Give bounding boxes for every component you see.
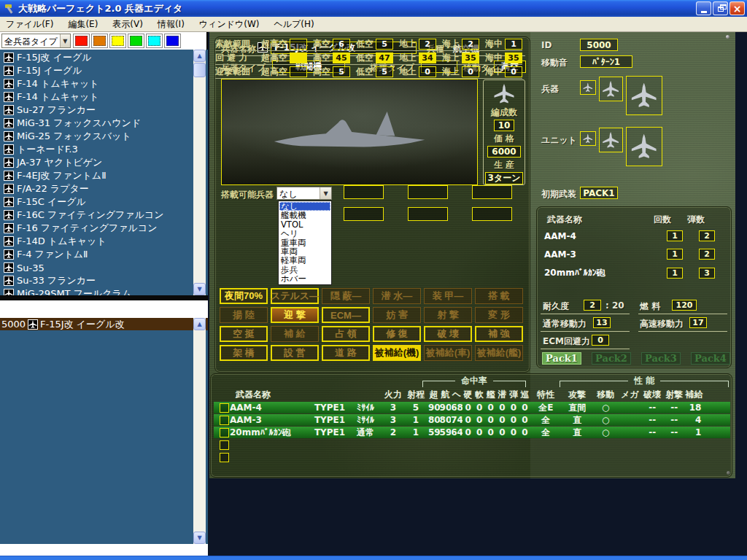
menu-item[interactable]: 表示(V) — [112, 18, 143, 31]
carry-slot[interactable] — [344, 207, 384, 221]
ability-button[interactable]: 補 給 — [271, 326, 319, 342]
list-item[interactable]: F-15J イーグル — [0, 64, 208, 77]
color-filter-button[interactable] — [128, 34, 144, 48]
color-filter-button[interactable] — [146, 34, 163, 48]
aircraft-list-scrollbar[interactable]: ▲ ▼ — [193, 50, 206, 295]
row-checkbox[interactable] — [220, 416, 229, 425]
price-field[interactable]: 6000 — [487, 146, 521, 158]
list-item[interactable]: F-14 トムキャット — [0, 77, 208, 90]
ability-button[interactable]: 装 甲― — [424, 288, 472, 304]
ability-button[interactable]: 被補給(車) — [424, 345, 472, 361]
scroll-down-icon[interactable]: ▼ — [193, 532, 206, 544]
ability-button[interactable]: 潜 水― — [373, 288, 421, 304]
row-checkbox[interactable] — [220, 403, 229, 413]
ability-button[interactable]: 射 撃 — [424, 307, 472, 323]
list-item[interactable]: F-4EJ改 ファントムⅡ — [0, 169, 208, 182]
move-fast-field[interactable]: 17 — [689, 317, 707, 328]
carry-slot[interactable] — [472, 207, 512, 221]
ability-button[interactable]: 迎 撃 — [271, 307, 319, 323]
ecm-field[interactable]: 0 — [592, 335, 609, 346]
ability-button[interactable]: 搭 載 — [475, 288, 523, 304]
ability-button[interactable]: 被補給(機) — [373, 345, 421, 361]
unit-icon-large[interactable] — [626, 127, 662, 166]
ammo-field[interactable]: 3 — [699, 268, 715, 279]
count-field[interactable]: 1 — [667, 230, 683, 241]
pack-button[interactable]: Pack1 — [542, 352, 581, 365]
list-item[interactable]: トーネードF.3 — [0, 143, 208, 156]
selected-list-scrollbar[interactable]: ▲ ▼ — [193, 318, 206, 544]
row-checkbox[interactable] — [220, 428, 229, 438]
ammo-field[interactable]: 2 — [699, 230, 715, 241]
ability-button[interactable]: 揚 陸 — [220, 307, 268, 323]
chevron-down-icon[interactable]: ▼ — [320, 187, 331, 199]
formation-field[interactable]: 10 — [494, 120, 514, 131]
carry-slot[interactable] — [472, 185, 512, 199]
list-item[interactable]: Su-27 フランカー — [0, 104, 208, 117]
dropdown-option[interactable]: ヘリ — [279, 229, 330, 238]
pack-button[interactable]: Pack2 — [592, 352, 631, 365]
ability-button[interactable]: ECM― — [322, 307, 370, 323]
color-filter-button[interactable] — [73, 34, 90, 48]
list-item[interactable]: JA-37 ヤクトビゲン — [0, 156, 208, 169]
list-item[interactable]: F-16 ファイティングファルコン — [0, 222, 208, 235]
ability-button[interactable]: 夜間70% — [220, 288, 268, 304]
menu-item[interactable]: ウィンドウ(W) — [199, 18, 260, 31]
production-field[interactable]: 3ターン — [485, 172, 523, 184]
color-filter-button[interactable] — [164, 34, 181, 48]
armament-row[interactable]: AAM-4 1 2 — [544, 230, 725, 241]
list-item[interactable]: F-14D トムキャット — [0, 235, 208, 248]
fuel-field[interactable]: 120 — [672, 300, 697, 311]
row-checkbox[interactable] — [220, 440, 229, 450]
ability-button[interactable]: 架 橋 — [220, 345, 268, 361]
weapon-type-filter[interactable]: 全兵器タイプ ▼ — [1, 34, 71, 48]
dropdown-option[interactable]: 艦載機 — [279, 211, 330, 219]
menu-item[interactable]: ファイル(F) — [6, 18, 53, 31]
table-row[interactable]: AAM-4 TYPE1 ﾐｻｲﾙ 3 5 90 90 68 0 0 0 0 0 … — [214, 402, 730, 413]
close-button[interactable]: × — [729, 1, 745, 15]
count-field[interactable]: 1 — [667, 249, 683, 260]
carry-slot[interactable] — [344, 185, 384, 199]
list-item[interactable]: F-16C ファイティングファルコン — [0, 209, 208, 222]
pack-button[interactable]: Pack3 — [641, 352, 681, 365]
chevron-down-icon[interactable]: ▼ — [60, 34, 70, 47]
ability-button[interactable]: 設 営 — [271, 345, 319, 361]
row-checkbox[interactable] — [220, 453, 229, 462]
table-row[interactable]: AAM-3 TYPE1 ﾐｻｲﾙ 3 1 80 80 74 0 0 0 0 0 … — [214, 414, 730, 426]
initial-armament-field[interactable]: PACK1 — [580, 187, 618, 199]
list-item[interactable]: MiG-31 フォックスハウンド — [0, 117, 208, 130]
carry-slot[interactable] — [408, 207, 448, 221]
table-row[interactable] — [214, 439, 730, 451]
carry-slot[interactable] — [408, 185, 448, 199]
id-field[interactable]: 5000 — [580, 39, 618, 51]
dropdown-option[interactable]: ホバー — [279, 274, 330, 283]
color-filter-button[interactable] — [109, 34, 126, 48]
pack-button[interactable]: Pack4 — [691, 352, 730, 365]
list-item[interactable]: Su-33 フランカー — [0, 274, 208, 287]
menu-item[interactable]: 情報(I) — [158, 18, 185, 31]
list-item[interactable]: Su-35 — [0, 261, 208, 274]
move-sound-field[interactable]: ﾊﾟﾀｰﾝ1 — [580, 55, 632, 68]
ability-button[interactable]: ステルス― — [271, 288, 319, 304]
list-item[interactable]: F-4 ファントムⅡ — [0, 248, 208, 261]
armament-row[interactable]: 20mmﾊﾞﾙｶﾝ砲 1 3 — [544, 267, 725, 279]
minimize-button[interactable] — [696, 1, 711, 15]
list-item[interactable]: F-15J改 イーグル — [0, 51, 208, 64]
list-item[interactable]: MiG-25 フォックスバット — [0, 130, 208, 143]
ability-button[interactable]: 占 領 — [322, 326, 370, 342]
weapon-icon-small[interactable] — [580, 80, 596, 95]
ability-button[interactable]: 道 路 — [322, 345, 370, 361]
ability-button[interactable]: 補 強 — [475, 326, 523, 342]
restore-button[interactable] — [713, 1, 728, 15]
weapon-icon-medium[interactable] — [599, 77, 623, 101]
armament-row[interactable]: AAM-3 1 2 — [544, 249, 725, 260]
list-item[interactable]: MiG-29SMT フールクラム — [0, 287, 208, 295]
dropdown-option[interactable]: 軽車両 — [279, 256, 330, 265]
ability-button[interactable]: 空 挺 — [220, 326, 268, 342]
weapon-icon-large[interactable] — [626, 76, 662, 115]
scroll-up-icon[interactable]: ▲ — [193, 318, 206, 330]
durability-field[interactable]: 2 — [584, 300, 601, 311]
color-filter-button[interactable] — [91, 34, 108, 48]
title-bar[interactable]: 大戦略パーフェクト2.0 兵器エディタ × — [0, 0, 747, 17]
count-field[interactable]: 1 — [667, 268, 683, 279]
scroll-up-icon[interactable]: ▲ — [193, 50, 206, 62]
